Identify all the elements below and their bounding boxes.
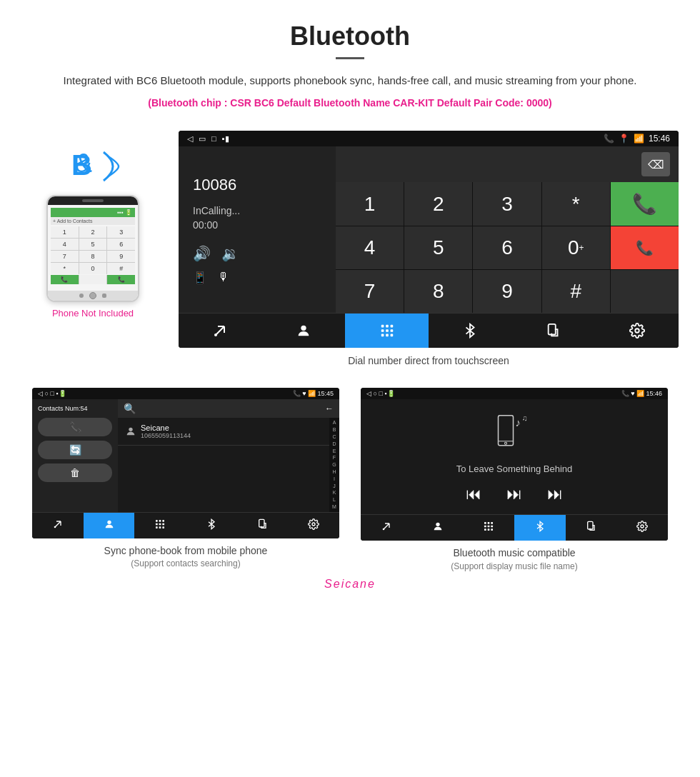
contacts-count: Contacts Num:54: [38, 405, 112, 412]
previous-track-button[interactable]: ⏮: [466, 485, 481, 503]
c-nav-call-button[interactable]: [32, 513, 84, 538]
contacts-status-bar: ◁ ○ □ ▪🔋 📞 ♥ 📶 15:45: [32, 388, 339, 399]
svg-rect-21: [159, 523, 161, 525]
m-nav-settings-button[interactable]: [616, 515, 668, 541]
keypad-grid: 1 2 3 * 📞 4 5 6 0+ 📞 7 8 9 #: [336, 182, 679, 313]
svg-point-43: [641, 525, 644, 528]
svg-rect-34: [488, 522, 490, 524]
bluetooth-waves-icon: B: [64, 145, 121, 188]
key-1-button[interactable]: 1: [336, 182, 404, 226]
dialer-left-panel: 10086 InCalling... 00:00 🔊 🔉 📱 🎙: [179, 146, 336, 313]
svg-rect-23: [156, 526, 158, 528]
backspace-button[interactable]: ⌫: [641, 152, 670, 176]
key-2-button[interactable]: 2: [404, 182, 472, 226]
nav-settings-button[interactable]: [595, 314, 679, 348]
key-9-button[interactable]: 9: [473, 270, 541, 313]
dial-caption: Dial number direct from touchscreen: [179, 348, 679, 377]
add-contacts-label: + Add to Contacts: [51, 217, 135, 225]
key-5: 5: [79, 239, 107, 250]
key-0plus-button[interactable]: 0+: [542, 226, 610, 269]
contact-avatar-icon: [125, 426, 136, 437]
window-icon: ▭: [199, 134, 206, 144]
svg-rect-17: [156, 520, 158, 522]
svg-point-31: [382, 528, 384, 531]
backspace-contacts-icon: ←: [325, 403, 334, 413]
key-hash-button[interactable]: #: [542, 270, 610, 313]
transfer-call-button[interactable]: 📱: [193, 271, 207, 284]
music-caption-main: Bluetooth music compatible: [451, 546, 577, 561]
key-7: 7: [51, 251, 79, 262]
svg-rect-25: [163, 526, 165, 528]
svg-rect-11: [390, 334, 393, 337]
end-call-button[interactable]: 📞: [611, 226, 679, 269]
watermark-text: Seicane: [324, 578, 376, 590]
contacts-left-panel: Contacts Num:54 📞 🔄 🗑: [32, 399, 118, 511]
key-4: 4: [51, 239, 79, 250]
nav-call-transfer-button[interactable]: [179, 314, 262, 348]
key-6-button[interactable]: 6: [473, 226, 541, 269]
m-nav-transfer-button[interactable]: [566, 515, 617, 541]
c-nav-contacts-button[interactable]: [84, 513, 135, 538]
car-screen: ◁ ▭ □ ▪▮ 📞 📍 📶 15:46 10086 InCalling...: [179, 131, 679, 348]
nav-phone-transfer-button[interactable]: [512, 314, 596, 348]
key-star-button[interactable]: *: [542, 182, 610, 226]
c-nav-settings-button[interactable]: [288, 513, 339, 538]
status-right-icons: 📞 📍 📶 15:46: [604, 134, 670, 144]
key-7-button[interactable]: 7: [336, 270, 404, 313]
phone-speaker: [82, 199, 104, 202]
mute-button[interactable]: 🎙: [218, 271, 229, 284]
contacts-search-input[interactable]: [140, 403, 321, 413]
m-nav-contacts-button[interactable]: [412, 515, 464, 541]
svg-rect-42: [587, 522, 592, 530]
c-nav-keypad-button[interactable]: [134, 513, 186, 538]
svg-text:♪: ♪: [516, 416, 521, 428]
m-nav-keypad-button[interactable]: [463, 515, 514, 541]
svg-point-27: [312, 523, 315, 526]
svg-rect-19: [163, 520, 165, 522]
svg-rect-36: [484, 526, 486, 528]
c-nav-transfer-button[interactable]: [237, 513, 289, 538]
delete-contact-button[interactable]: 🗑: [38, 463, 112, 482]
search-icon: 🔍: [124, 403, 136, 414]
svg-rect-7: [386, 330, 389, 333]
nav-keypad-button[interactable]: [345, 314, 429, 348]
notification-icon: ▪▮: [222, 134, 229, 144]
c-nav-bluetooth-button[interactable]: [186, 513, 237, 538]
nav-contacts-button[interactable]: [262, 314, 346, 348]
svg-rect-38: [491, 526, 494, 528]
key-1: 1: [51, 226, 79, 238]
phone-call-btn: 📞: [51, 275, 79, 284]
play-pause-button[interactable]: ⏭: [506, 485, 522, 503]
phone-home-btn: [89, 292, 96, 299]
volume-down-button[interactable]: 🔉: [221, 245, 239, 262]
nav-bluetooth-button[interactable]: [429, 314, 512, 348]
key-4-button[interactable]: 4: [336, 226, 404, 269]
m-nav-bluetooth-button[interactable]: [514, 515, 566, 541]
contacts-nav-bar: [32, 512, 339, 538]
next-track-button[interactable]: ⏭: [547, 485, 563, 503]
svg-point-13: [635, 329, 639, 334]
phone-call-action-button[interactable]: 📞: [38, 418, 112, 436]
key-empty: [611, 270, 679, 313]
watermark: Seicane: [0, 574, 700, 598]
contact-item-seicane[interactable]: Seicane 10655059113144: [118, 418, 329, 446]
contacts-caption: Sync phone-book from mobile phone (Suppo…: [97, 538, 275, 571]
key-8-button[interactable]: 8: [404, 270, 472, 313]
svg-rect-4: [386, 325, 389, 328]
wifi-status-icon: 📶: [634, 134, 644, 144]
phone-answer-btn: 📞: [107, 275, 135, 284]
key-3-button[interactable]: 3: [473, 182, 541, 226]
m-nav-call-button[interactable]: [361, 515, 412, 541]
volume-up-button[interactable]: 🔊: [193, 245, 211, 262]
contact-name: Seicane: [141, 423, 191, 432]
svg-rect-3: [381, 325, 384, 328]
call-button[interactable]: 📞: [611, 182, 679, 226]
phone-screen-header: ▪▪▪ 🔋: [51, 208, 135, 217]
phone-top-bar: [48, 196, 138, 205]
key-5-button[interactable]: 5: [404, 226, 472, 269]
bluetooth-symbol-icon: &: [75, 149, 92, 179]
phone-status-icon: 📞: [604, 134, 614, 144]
refresh-contacts-button[interactable]: 🔄: [38, 441, 112, 459]
android-status: ▪▪▪ 🔋: [117, 209, 132, 216]
phone-screen: ▪▪▪ 🔋 + Add to Contacts 1 2 3 4 5 6 7 8 …: [48, 205, 138, 291]
